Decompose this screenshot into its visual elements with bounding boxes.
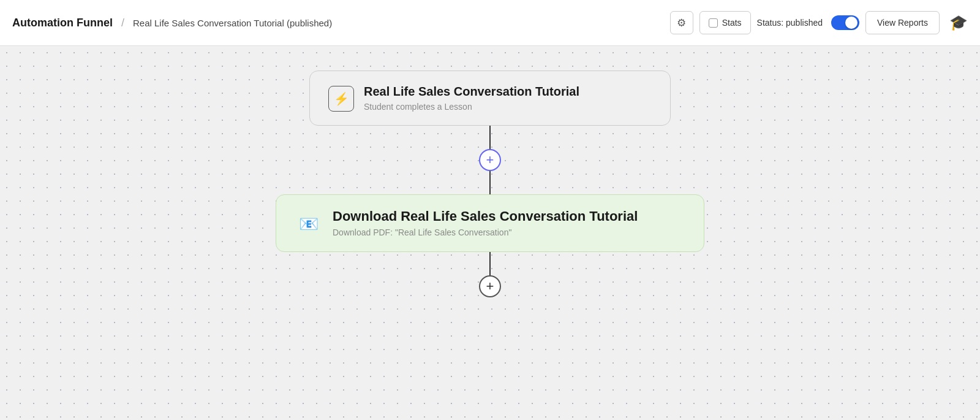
- plus-icon-bottom: +: [486, 278, 494, 294]
- connector-line-bottom-top: [489, 252, 491, 275]
- page-title: Real Life Sales Conversation Tutorial (p…: [133, 18, 332, 28]
- status-toggle[interactable]: [831, 15, 859, 30]
- connector-line-top: [489, 126, 491, 149]
- action-title: Download Real Life Sales Conversation Tu…: [333, 208, 638, 224]
- trigger-title: Real Life Sales Conversation Tutorial: [364, 85, 579, 99]
- add-step-middle-button[interactable]: +: [479, 149, 501, 171]
- status-label: Status: published: [757, 18, 823, 28]
- connector-top: +: [479, 126, 501, 194]
- brand-title: Automation Funnel: [12, 17, 113, 29]
- view-reports-button[interactable]: View Reports: [865, 11, 940, 34]
- flow-container: ⚡ Real Life Sales Conversation Tutorial …: [276, 71, 704, 297]
- breadcrumb-separator: /: [121, 17, 124, 29]
- connector-bottom: +: [479, 252, 501, 297]
- action-text-group: Download Real Life Sales Conversation Tu…: [333, 208, 638, 237]
- add-step-bottom-button[interactable]: +: [479, 275, 501, 297]
- flow-canvas: ⚡ Real Life Sales Conversation Tutorial …: [0, 46, 980, 420]
- stats-label: Stats: [722, 18, 742, 28]
- action-node[interactable]: 📧 Download Real Life Sales Conversation …: [276, 194, 704, 252]
- action-subtitle: Download PDF: "Real Life Sales Conversat…: [333, 227, 638, 237]
- lightning-icon: ⚡: [334, 91, 349, 106]
- connector-line-bottom: [489, 171, 491, 194]
- trigger-subtitle: Student completes a Lesson: [364, 102, 579, 112]
- stats-button[interactable]: Stats: [699, 11, 751, 34]
- trigger-text-group: Real Life Sales Conversation Tutorial St…: [364, 85, 579, 112]
- trigger-icon-box: ⚡: [328, 86, 354, 112]
- graduation-icon: 🎓: [949, 14, 968, 31]
- trigger-node[interactable]: ⚡ Real Life Sales Conversation Tutorial …: [309, 71, 671, 126]
- action-icon-box: 📧: [295, 210, 323, 238]
- stats-checkbox[interactable]: [709, 18, 718, 28]
- gear-icon: ⚙: [677, 17, 686, 29]
- header: Automation Funnel / Real Life Sales Conv…: [0, 0, 980, 46]
- published-toggle[interactable]: [831, 15, 859, 30]
- email-download-icon: 📧: [299, 215, 318, 234]
- settings-button[interactable]: ⚙: [670, 11, 693, 34]
- plus-icon-middle: +: [486, 152, 494, 168]
